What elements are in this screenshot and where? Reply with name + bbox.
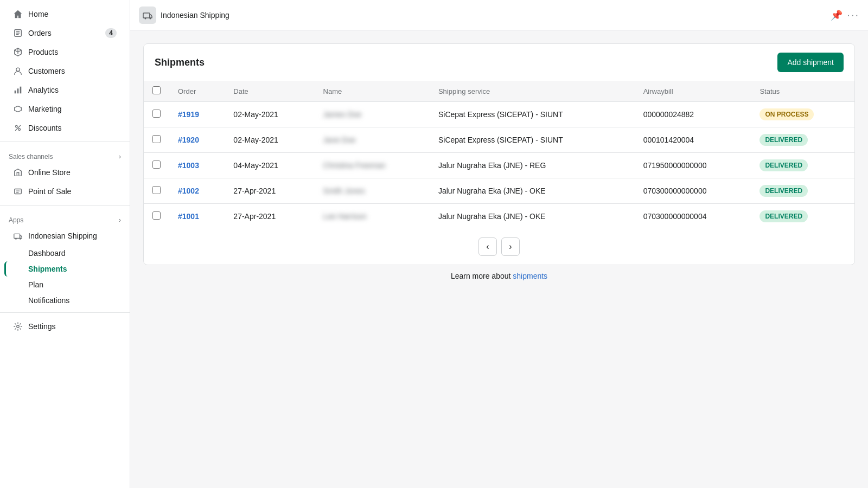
shipments-table: Order Date Name Shipping service Airwayb… (144, 81, 854, 229)
learn-more: Learn more about shipments (143, 265, 855, 287)
status-badge: DELIVERED (760, 210, 808, 222)
sidebar: Home Orders 4 Products Customers (0, 0, 130, 488)
date-cell: 02-May-2021 (225, 102, 314, 127)
row-checkbox-col (144, 204, 169, 229)
status-badge: DELIVERED (760, 134, 808, 146)
customers-icon (13, 66, 23, 76)
select-all-col (144, 81, 169, 102)
orders-icon (13, 28, 23, 38)
shipping-service-cell: SiCepat Express (SICEPAT) - SIUNT (430, 102, 635, 127)
row-checkbox-1[interactable] (152, 135, 161, 143)
card-header: Shipments Add shipment (144, 44, 854, 81)
order-link[interactable]: #1919 (178, 110, 199, 119)
sidebar-item-discounts[interactable]: Discounts (4, 119, 125, 137)
prev-page-button[interactable]: ‹ (478, 237, 497, 256)
row-checkbox-4[interactable] (152, 211, 161, 220)
sidebar-item-notifications[interactable]: Notifications (4, 293, 125, 308)
name-cell: Jane Doe (315, 127, 430, 153)
table-row: #100127-Apr-2021Lee HarrisonJalur Nugrah… (144, 204, 854, 229)
order-cell: #1919 (169, 102, 225, 127)
sales-channels-header[interactable]: Sales channels › (0, 146, 130, 163)
status-cell: ON PROCESS (751, 102, 854, 127)
row-checkbox-col (144, 127, 169, 153)
online-store-icon (13, 168, 23, 177)
status-cell: DELIVERED (751, 178, 854, 204)
pagination: ‹ › (144, 229, 854, 265)
table-row: #100304-May-2021Christina FreemanJalur N… (144, 153, 854, 178)
status-col-header: Status (751, 81, 854, 102)
apps-header[interactable]: Apps › (0, 210, 130, 226)
sales-channels-chevron: › (119, 153, 121, 160)
home-icon (13, 9, 23, 19)
sidebar-item-orders[interactable]: Orders 4 (4, 24, 125, 42)
sidebar-item-analytics[interactable]: Analytics (4, 81, 125, 99)
sidebar-item-products[interactable]: Products (4, 43, 125, 61)
status-badge: ON PROCESS (760, 108, 814, 120)
shipments-card: Shipments Add shipment Order Date Name S… (143, 43, 855, 265)
topbar: Indonesian Shipping 📌 ··· (130, 0, 868, 30)
date-cell: 02-May-2021 (225, 127, 314, 153)
orders-badge: 4 (105, 28, 117, 38)
svg-point-13 (145, 17, 146, 19)
sidebar-item-online-store[interactable]: Online Store (4, 163, 125, 182)
svg-point-5 (16, 126, 18, 128)
sidebar-item-plan[interactable]: Plan (4, 277, 125, 292)
airwaybill-cell: 000101420004 (635, 127, 751, 153)
sidebar-item-marketing[interactable]: Marketing (4, 100, 125, 118)
row-checkbox-col (144, 102, 169, 127)
svg-point-10 (20, 238, 21, 240)
airwaybill-cell: 000000024882 (635, 102, 751, 127)
airwaybill-col-header: Airwaybill (635, 81, 751, 102)
row-checkbox-3[interactable] (152, 186, 161, 194)
pin-icon[interactable]: 📌 (831, 9, 843, 21)
name-cell: Lee Harrison (315, 204, 430, 229)
add-shipment-button[interactable]: Add shipment (777, 53, 844, 72)
status-cell: DELIVERED (751, 204, 854, 229)
date-cell: 27-Apr-2021 (225, 204, 314, 229)
shipping-service-cell: SiCepat Express (SICEPAT) - SIUNT (430, 127, 635, 153)
topbar-actions: 📌 ··· (831, 9, 859, 21)
page-content: Shipments Add shipment Order Date Name S… (130, 30, 868, 488)
settings-icon (13, 322, 23, 331)
svg-rect-7 (15, 189, 22, 194)
name-cell: Smith Jones (315, 178, 430, 204)
airwaybill-cell: 071950000000000 (635, 153, 751, 178)
order-link[interactable]: #1001 (178, 212, 199, 221)
table-header: Order Date Name Shipping service Airwayb… (144, 81, 854, 102)
more-options-icon[interactable]: ··· (847, 9, 859, 21)
sidebar-divider-2 (0, 205, 130, 206)
svg-rect-4 (20, 87, 22, 94)
sidebar-item-pos[interactable]: Point of Sale (4, 182, 125, 201)
shipping-service-cell: Jalur Nugraha Eka (JNE) - REG (430, 153, 635, 178)
airwaybill-cell: 070300000000004 (635, 204, 751, 229)
products-icon (13, 47, 23, 57)
status-cell: DELIVERED (751, 127, 854, 153)
order-link[interactable]: #1002 (178, 187, 199, 195)
order-link[interactable]: #1003 (178, 161, 199, 170)
sidebar-item-customers[interactable]: Customers (4, 62, 125, 80)
table-row: #100227-Apr-2021Smith JonesJalur Nugraha… (144, 178, 854, 204)
sidebar-item-settings[interactable]: Settings (4, 317, 125, 336)
row-checkbox-0[interactable] (152, 110, 161, 118)
discounts-icon (13, 123, 23, 133)
sidebar-item-indonesian-shipping[interactable]: Indonesian Shipping (4, 227, 125, 245)
order-link[interactable]: #1920 (178, 136, 199, 144)
table-row: #192002-May-2021Jane DoeSiCepat Express … (144, 127, 854, 153)
analytics-icon (13, 85, 23, 95)
name-cell: Christina Freeman (315, 153, 430, 178)
row-checkbox-col (144, 178, 169, 204)
page-title: Shipments (155, 57, 205, 68)
select-all-checkbox[interactable] (152, 86, 161, 94)
date-cell: 27-Apr-2021 (225, 178, 314, 204)
sidebar-item-shipments[interactable]: Shipments (4, 261, 125, 277)
name-col-header: Name (315, 81, 430, 102)
order-cell: #1003 (169, 153, 225, 178)
sidebar-nav: Home Orders 4 Products Customers (0, 0, 130, 341)
shipping-service-col-header: Shipping service (430, 81, 635, 102)
sidebar-item-dashboard[interactable]: Dashboard (4, 246, 125, 261)
sidebar-divider-3 (0, 312, 130, 313)
row-checkbox-2[interactable] (152, 160, 161, 169)
sidebar-item-home[interactable]: Home (4, 5, 125, 23)
next-page-button[interactable]: › (501, 237, 520, 256)
shipments-link[interactable]: shipments (513, 272, 547, 280)
